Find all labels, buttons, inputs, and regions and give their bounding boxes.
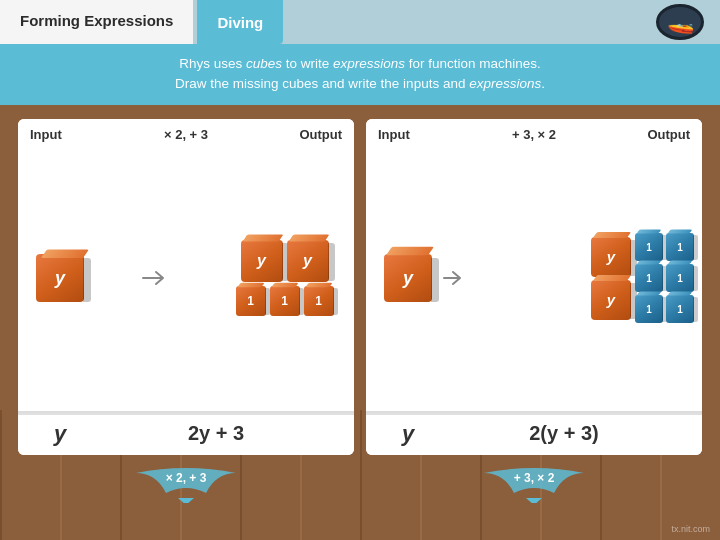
main-area: Input × 2, + 3 Output y: [0, 105, 720, 455]
machine2-input-expr: y: [378, 421, 438, 447]
machine1-input-label: Input: [30, 127, 80, 142]
machine-panel-1: Input × 2, + 3 Output y: [18, 119, 354, 455]
machine1-header: Input × 2, + 3 Output: [18, 119, 354, 146]
machine2-cubes-area: y y: [366, 146, 702, 411]
machine2-output-label: Output: [640, 127, 690, 142]
machine2-output-expr: 2(y + 3): [438, 422, 690, 445]
machine2-input-label: Input: [378, 127, 428, 142]
machine1-arrow: [94, 268, 217, 288]
bottom-arrows: × 2, + 3 + 3, × 2: [0, 459, 720, 507]
machine2-y-stack: y y: [591, 237, 631, 320]
machine1-output-cubes: y y: [223, 240, 346, 316]
tab-forming-label: Forming Expressions: [20, 12, 173, 29]
machine1-cube-display: y y: [26, 240, 346, 316]
machine2-arrow: [442, 268, 466, 288]
machine2-expression-row: y 2(y + 3): [366, 413, 702, 455]
machine2-blue-cubes-grid: 1 1 1: [635, 233, 694, 323]
watermark: tx.nit.com: [671, 524, 710, 534]
machine2-input-cube: y: [374, 254, 436, 302]
machine2-output-cubes: y y: [472, 233, 694, 323]
machine2-operation: + 3, × 2: [428, 127, 640, 142]
machine1-bottom-op-label: × 2, + 3: [166, 471, 207, 485]
machine1-output-expr: 2y + 3: [90, 422, 342, 445]
machine2-bottom-arrow: + 3, × 2: [366, 459, 702, 507]
tab-diving[interactable]: Diving: [197, 0, 283, 44]
instruction-line1: Rhys uses cubes to write expressions for…: [30, 54, 690, 74]
machine1-output-label: Output: [292, 127, 342, 142]
machine1-y-cubes-row: y y: [241, 240, 329, 282]
machine1-operation: × 2, + 3: [80, 127, 292, 142]
machine1-bottom-arrow: × 2, + 3: [18, 459, 354, 507]
instruction-line2: Draw the missing cubes and write the inp…: [30, 74, 690, 94]
instruction-band: Rhys uses cubes to write expressions for…: [0, 44, 720, 105]
machine1-arrow-label: × 2, + 3: [126, 463, 246, 503]
machine1-input-expr: y: [30, 421, 90, 447]
machine1-one-cubes-row: 1 1 1: [236, 286, 334, 316]
tab-diving-label: Diving: [217, 14, 263, 31]
machine1-cubes-area: y y: [18, 146, 354, 411]
machine2-cube-display: y y: [374, 233, 694, 323]
machine2-header: Input + 3, × 2 Output: [366, 119, 702, 146]
machine1-input-cube: y: [26, 254, 88, 302]
machine2-bottom-op-label: + 3, × 2: [514, 471, 555, 485]
machine-panel-2: Input + 3, × 2 Output y: [366, 119, 702, 455]
header-bar: Forming Expressions Diving 🚤: [0, 0, 720, 44]
machine1-expression-row: y 2y + 3: [18, 413, 354, 455]
tab-forming-expressions[interactable]: Forming Expressions: [0, 0, 193, 44]
submarine-icon: 🚤: [656, 4, 704, 40]
machine2-arrow-label: + 3, × 2: [474, 463, 594, 503]
